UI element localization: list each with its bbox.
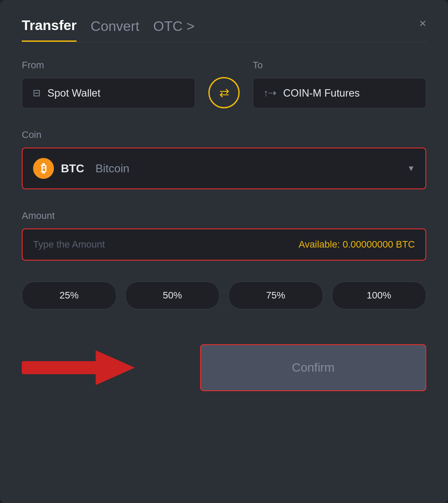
futures-icon: ↑⇢: [264, 87, 276, 99]
close-button[interactable]: ×: [419, 17, 426, 30]
coin-dropdown[interactable]: ₿ BTC Bitcoin ▼: [22, 148, 426, 189]
coin-label: Coin: [22, 129, 426, 141]
from-label: From: [22, 60, 195, 71]
red-arrow-svg: [22, 348, 135, 387]
swap-icon: ⇄: [219, 86, 229, 100]
percent-50-button[interactable]: 50%: [125, 282, 220, 309]
coin-section: Coin ₿ BTC Bitcoin ▼: [22, 129, 426, 189]
arrow-indicator: [22, 348, 135, 387]
header-divider: [22, 42, 426, 42]
amount-label: Amount: [22, 210, 426, 221]
swap-btn-wrapper: ⇄: [204, 77, 244, 108]
percent-row: 25% 50% 75% 100%: [22, 282, 426, 309]
swap-button[interactable]: ⇄: [208, 77, 240, 108]
available-label: Available:: [299, 239, 340, 250]
to-wallet-text: COIN-M Futures: [283, 87, 360, 99]
tab-otc[interactable]: OTC >: [153, 18, 194, 41]
confirm-button[interactable]: Confirm: [200, 344, 426, 391]
wallet-icon: ⊟: [33, 87, 40, 99]
svg-rect-0: [22, 361, 100, 374]
to-wallet-select[interactable]: ↑⇢ COIN-M Futures: [253, 78, 426, 108]
amount-input-box[interactable]: Type the Amount Available: 0.00000000 BT…: [22, 228, 426, 261]
from-wallet-text: Spot Wallet: [47, 87, 100, 99]
svg-marker-1: [96, 350, 135, 385]
coin-name: Bitcoin: [95, 162, 129, 175]
tab-convert[interactable]: Convert: [90, 18, 139, 41]
amount-available: Available: 0.00000000 BTC: [299, 239, 415, 250]
to-label: To: [253, 60, 426, 71]
available-value: 0.00000000 BTC: [343, 239, 415, 250]
percent-25-button[interactable]: 25%: [22, 282, 117, 309]
btc-icon: ₿: [33, 158, 54, 179]
percent-75-button[interactable]: 75%: [228, 282, 323, 309]
from-block: From ⊟ Spot Wallet: [22, 60, 195, 108]
amount-placeholder: Type the Amount: [33, 239, 105, 250]
modal-header: Transfer Convert OTC > ×: [22, 17, 426, 42]
to-block: To ↑⇢ COIN-M Futures: [253, 60, 426, 108]
tab-transfer[interactable]: Transfer: [22, 17, 77, 42]
dropdown-arrow-icon: ▼: [407, 164, 415, 173]
coin-ticker: BTC: [61, 162, 84, 175]
amount-section: Amount Type the Amount Available: 0.0000…: [22, 210, 426, 261]
percent-100-button[interactable]: 100%: [332, 282, 427, 309]
transfer-modal: Transfer Convert OTC > × From ⊟ Spot Wal…: [0, 0, 448, 503]
from-wallet-select[interactable]: ⊟ Spot Wallet: [22, 78, 195, 108]
